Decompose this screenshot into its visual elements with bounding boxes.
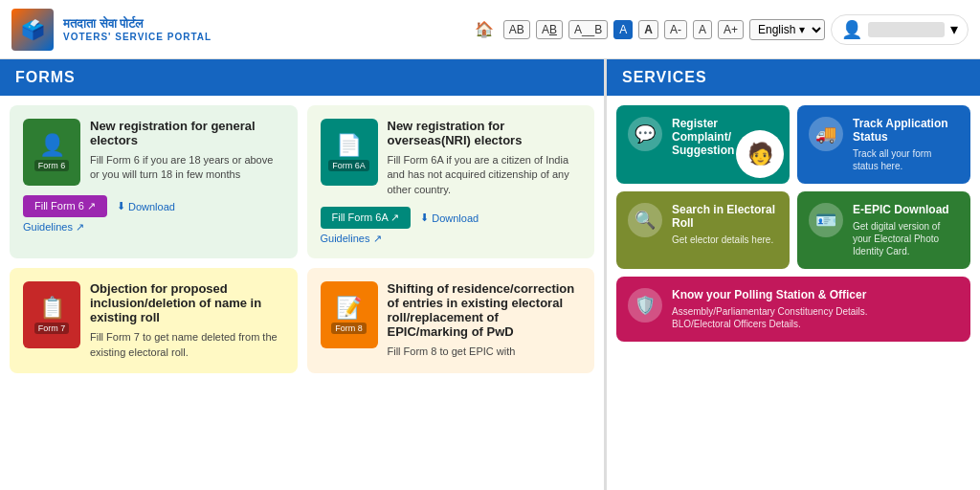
form-card-6a: 📄 Form 6A New registration for overseas(… — [307, 105, 595, 258]
header: 🗳️ मतदाता सेवा पोर्टल VOTERS' SERVICE PO… — [0, 0, 980, 59]
register-complaint-card[interactable]: 💬 Register Complaint/ Suggestion 🧑 — [616, 105, 790, 184]
form7-icon: 📋 Form 7 — [23, 281, 80, 348]
search-electoral-card[interactable]: 🔍 Search in Electoral Roll Get elector d… — [616, 191, 790, 269]
form6-title: New registration for general electors — [90, 119, 284, 147]
form8-doc-icon: 📝 — [336, 296, 362, 321]
form8-info: Shifting of residence/correction of entr… — [388, 281, 582, 359]
logo-icon: 🗳️ — [11, 9, 54, 51]
form6-icon: 👤 Form 6 — [23, 119, 80, 186]
download-icon: ⬇ — [117, 200, 125, 212]
form6-actions: Fill Form 6 ↗ ⬇ Download — [23, 195, 284, 217]
form6a-title: New registration for overseas(NRI) elect… — [388, 119, 582, 147]
forms-section-header: FORMS — [0, 59, 604, 96]
form-card-6: 👤 Form 6 New registration for general el… — [10, 105, 298, 258]
form6-person-icon: 👤 — [39, 133, 65, 158]
font-bold-btn[interactable]: A — [638, 20, 658, 39]
form7-label: Form 7 — [34, 323, 70, 334]
font-decrease-btn[interactable]: A- — [664, 20, 687, 39]
form6-info: New registration for general electors Fi… — [90, 119, 284, 183]
track-icon: 🚚 — [809, 117, 843, 151]
form7-desc: Fill Form 7 to get name deleted from the… — [90, 330, 284, 360]
mascot-icon: 🧑 — [736, 130, 784, 178]
contrast-btn[interactable]: AB — [503, 20, 530, 39]
underline-btn[interactable]: AB — [536, 20, 563, 39]
form6a-doc-icon: 📄 — [336, 133, 362, 158]
form6-guidelines-link[interactable]: Guidelines ↗ — [23, 221, 284, 234]
download-icon: ⬇ — [420, 212, 429, 224]
forms-grid: 👤 Form 6 New registration for general el… — [0, 96, 604, 383]
form7-info: Objection for proposed inclusion/deletio… — [90, 281, 284, 360]
form6a-download-link[interactable]: ⬇ Download — [420, 212, 479, 224]
form6-desc: Fill Form 6 if you are 18 years or above… — [90, 153, 284, 183]
font-increase-btn[interactable]: A+ — [718, 20, 744, 39]
form6-icon-wrap: 👤 Form 6 — [23, 119, 80, 186]
track-text: Track Application Status Track all your … — [853, 117, 959, 172]
form6a-guidelines-link[interactable]: Guidelines ↗ — [321, 233, 582, 245]
header-right: 🏠 AB AB A__B A A A- A A+ English ▾ हिन्द… — [471, 14, 969, 45]
polling-desc2: BLO/Electoral Officers Details. — [672, 318, 868, 330]
form6a-icon-wrap: 📄 Form 6A — [321, 119, 378, 186]
portal-title-eng: VOTERS' SERVICE PORTAL — [63, 32, 212, 42]
user-name-label — [868, 22, 945, 37]
form7-doc-icon: 📋 — [39, 296, 65, 321]
services-section-header: SERVICES — [607, 59, 980, 96]
eepic-card[interactable]: 🪪 E-EPIC Download Get digital version of… — [797, 191, 970, 269]
form8-title: Shifting of residence/correction of entr… — [388, 281, 582, 339]
services-grid: 💬 Register Complaint/ Suggestion 🧑 🚚 Tra… — [607, 96, 980, 351]
portal-title: मतदाता सेवा पोर्टल VOTERS' SERVICE PORTA… — [63, 16, 212, 42]
font-normal-btn[interactable]: A — [613, 20, 633, 39]
form-card-8: 📝 Form 8 Shifting of residence/correctio… — [307, 268, 595, 373]
polling-title: Know your Polling Station & Officer — [672, 288, 868, 301]
form8-icon-wrap: 📝 Form 8 — [321, 281, 378, 348]
eepic-icon: 🪪 — [809, 203, 843, 237]
form6a-info: New registration for overseas(NRI) elect… — [388, 119, 582, 197]
language-select[interactable]: English ▾ हिन्दी — [749, 19, 825, 40]
user-menu[interactable]: 👤 ▾ — [831, 14, 969, 45]
track-application-card[interactable]: 🚚 Track Application Status Track all you… — [797, 105, 970, 184]
main-content: FORMS 👤 Form 6 New registration for gene… — [0, 59, 980, 490]
form6-label: Form 6 — [34, 160, 70, 171]
complaint-icon: 💬 — [628, 117, 662, 151]
form8-desc: Fill Form 8 to get EPIC with — [388, 345, 582, 359]
home-button[interactable]: 🏠 — [471, 18, 498, 40]
services-panel: SERVICES 💬 Register Complaint/ Suggestio… — [607, 59, 980, 490]
form6a-label: Form 6A — [328, 160, 369, 171]
form-card-7: 📋 Form 7 Objection for proposed inclusio… — [10, 268, 298, 373]
header-left: 🗳️ मतदाता सेवा पोर्टल VOTERS' SERVICE PO… — [11, 9, 212, 51]
search-title: Search in Electoral Roll — [672, 203, 778, 230]
form6a-icon: 📄 Form 6A — [321, 119, 378, 186]
fill-form6a-button[interactable]: Fill Form 6A ↗ — [321, 207, 412, 229]
search-icon: 🔍 — [628, 203, 662, 237]
form7-icon-wrap: 📋 Form 7 — [23, 281, 80, 348]
search-text: Search in Electoral Roll Get elector det… — [672, 203, 778, 246]
spacing-btn[interactable]: A__B — [568, 20, 608, 39]
user-avatar-icon: 👤 — [841, 19, 862, 40]
eepic-text: E-EPIC Download Get digital version of y… — [853, 203, 959, 257]
form8-label: Form 8 — [331, 323, 367, 334]
track-title: Track Application Status — [853, 117, 959, 144]
portal-title-hindi: मतदाता सेवा पोर्टल — [63, 16, 212, 32]
form6a-desc: Fill Form 6A if you are a citizen of Ind… — [388, 153, 582, 197]
polling-icon: 🛡️ — [628, 288, 662, 323]
font-default-btn[interactable]: A — [693, 20, 712, 39]
form6a-actions: Fill Form 6A ↗ ⬇ Download — [321, 207, 582, 229]
eepic-desc: Get digital version of your Electoral Ph… — [853, 220, 959, 257]
track-desc: Track all your form status here. — [853, 147, 959, 172]
polling-text: Know your Polling Station & Officer Asse… — [672, 288, 868, 330]
polling-desc1: Assembly/Parliamentary Constituency Deta… — [672, 305, 868, 318]
polling-station-card[interactable]: 🛡️ Know your Polling Station & Officer A… — [616, 277, 970, 342]
fill-form6-button[interactable]: Fill Form 6 ↗ — [23, 195, 107, 217]
search-desc: Get elector details here. — [672, 234, 778, 246]
forms-panel: FORMS 👤 Form 6 New registration for gene… — [0, 59, 607, 490]
form6-download-link[interactable]: ⬇ Download — [117, 200, 175, 212]
chevron-down-icon: ▾ — [950, 20, 958, 38]
eepic-title: E-EPIC Download — [853, 203, 959, 216]
form7-title: Objection for proposed inclusion/deletio… — [90, 281, 284, 324]
form8-icon: 📝 Form 8 — [321, 281, 378, 348]
